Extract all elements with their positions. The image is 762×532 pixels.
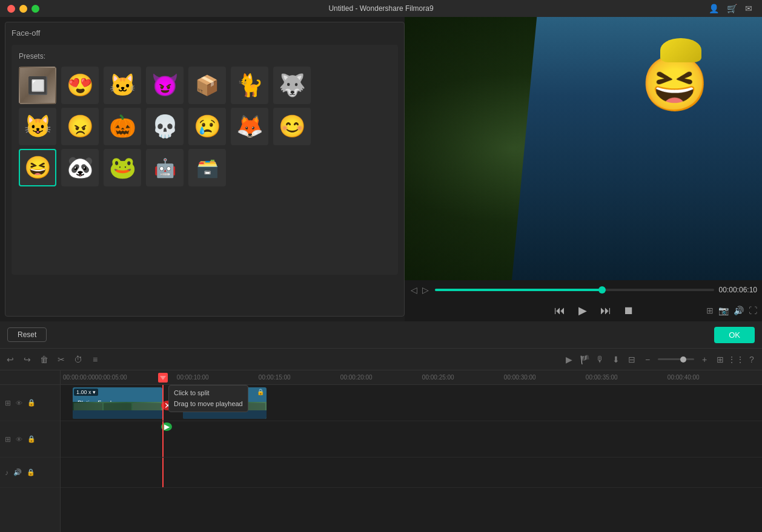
music-icon[interactable]: ♪ <box>5 468 8 477</box>
emoji-item-heart-eyes[interactable]: 😍 <box>61 67 99 104</box>
emoji-item-angry[interactable]: 😠 <box>61 108 99 145</box>
ok-button[interactable]: OK <box>714 327 755 343</box>
track-content: 00:00:00:00 00:00:05:00 00:00:10:00 00:0… <box>61 370 762 532</box>
presets-label: Presets: <box>19 52 391 61</box>
preview-image: 😆 <box>405 17 762 280</box>
play-range-icon[interactable]: ▶ <box>563 354 574 365</box>
emoji-item-devil[interactable]: 😈 <box>146 67 184 104</box>
audio-vol-icon[interactable]: 🔊 <box>13 468 22 476</box>
playback-controls: ⏮ ▶ ⏭ ⏹ ⊞ 📷 🔊 ⛶ <box>405 300 762 321</box>
progress-thumb <box>598 286 606 294</box>
redo-icon[interactable]: ↪ <box>22 354 33 365</box>
grid-icon[interactable]: ⋮⋮ <box>731 354 741 365</box>
emoji-item-skull[interactable]: 💀 <box>146 108 184 145</box>
audio-lock-icon[interactable]: 🔒 <box>27 468 35 476</box>
app-title: Untitled - Wondershare Filmora9 <box>328 4 433 13</box>
emoji-item-wolf[interactable]: 🐺 <box>273 67 311 104</box>
add-track-2-icon[interactable]: ⊞ <box>5 435 11 444</box>
delete-icon[interactable]: 🗑 <box>39 354 50 365</box>
main-area: Face-off Presets: 🔲 😍 🐱 😈 📦 🐈 🐺 😺 😠 🎃 💀 … <box>0 17 762 321</box>
speed-chevron: ▾ <box>93 389 96 395</box>
mic-icon[interactable]: 🎙 <box>595 354 606 365</box>
ruler-mark-35: 00:00:35:00 <box>586 374 668 381</box>
volume-icon[interactable]: 🔊 <box>734 306 744 315</box>
toolbar-right: ▶ 🏴 🎙 ⬇ ⊟ − + ⊞ ⋮⋮ ? <box>563 354 757 365</box>
emoji-item-smile[interactable]: 😊 <box>273 108 311 145</box>
track-eye-2-icon[interactable]: 👁 <box>16 436 22 443</box>
track-lock-icon[interactable]: 🔒 <box>27 399 36 407</box>
emoji-item-fox[interactable]: 🦊 <box>231 108 268 145</box>
emoji-item-pixels[interactable]: 🔲 <box>19 67 56 104</box>
zoom-plus-icon[interactable]: + <box>699 354 710 365</box>
account-icon[interactable]: 👤 <box>709 4 718 13</box>
clip-lock-icon: 🔒 <box>257 389 264 395</box>
clock-icon[interactable]: ⏱ <box>73 354 84 365</box>
playhead-marker-top <box>157 370 168 385</box>
emoji-item-box-brows[interactable]: 🗃️ <box>188 149 226 186</box>
minimize-button[interactable] <box>19 5 27 13</box>
track-eye-icon[interactable]: 👁 <box>16 399 22 407</box>
time-display: 00:00:06:10 <box>719 286 757 294</box>
screenshot-icon[interactable]: 📷 <box>718 306 729 315</box>
reset-button[interactable]: Reset <box>7 327 47 342</box>
mail-icon[interactable]: ✉ <box>745 4 755 13</box>
tooltip-line2: Drag to move playhead <box>174 399 243 410</box>
playhead-audio <box>162 458 164 487</box>
emoji-item-laughing[interactable]: 😆 <box>19 149 56 186</box>
zoom-slider[interactable] <box>658 358 694 360</box>
download-icon[interactable]: ⬇ <box>611 354 621 365</box>
video-seekbar[interactable] <box>435 289 714 291</box>
track-labels: ⊞ 👁 🔒 ⊞ 👁 🔒 ♪ 🔊 🔒 <box>0 370 61 532</box>
titlebar-icons: 👤 🛒 ✉ <box>709 4 755 13</box>
zoom-minus-icon[interactable]: − <box>642 354 653 365</box>
emoji-grid: 🔲 😍 🐱 😈 📦 🐈 🐺 😺 😠 🎃 💀 😢 🦊 😊 😆 🐼 🐸 <box>19 67 391 186</box>
stop-button[interactable]: ⏹ <box>620 302 637 319</box>
add-track-icon[interactable]: ⊞ <box>5 399 11 407</box>
timeline-body: ⊞ 👁 🔒 ⊞ 👁 🔒 ♪ 🔊 🔒 00:00:00:00 <box>0 370 762 532</box>
clip-plating-food[interactable]: 1.00 x ▾ Plating Food <box>73 387 162 419</box>
progress-fill <box>435 289 602 291</box>
panel-title: Face-off <box>12 28 398 38</box>
emoji-item-pumpkin[interactable]: 🎃 <box>104 108 141 145</box>
emoji-item-cat2[interactable]: 🐈 <box>231 67 268 104</box>
ruler-mark-15: 00:00:15:00 <box>259 374 340 381</box>
maximize-button[interactable] <box>31 5 39 13</box>
emoji-item-frog[interactable]: 🐸 <box>104 149 141 186</box>
track-row-1: 1.00 x ▾ Plating Food ✕ ▶ <box>61 385 762 421</box>
minus-icon[interactable]: ⊟ <box>626 354 637 365</box>
next-frame-icon[interactable]: ▷ <box>421 284 430 296</box>
flag-icon[interactable]: 🏴 <box>579 354 590 365</box>
window-controls <box>7 5 39 13</box>
settings-icon[interactable]: ≡ <box>90 354 101 365</box>
playback-buttons: ⏮ ▶ ⏭ ⏹ <box>551 302 637 319</box>
prev-frame-icon[interactable]: ◁ <box>409 284 419 296</box>
screen-mode-icon[interactable]: ⊞ <box>706 306 714 315</box>
preview-panel: 😆 ◁ ▷ 00:00:06:10 ⏮ ▶ ⏭ ⏹ ⊞ <box>405 17 762 321</box>
skip-forward-button[interactable]: ⏭ <box>597 302 614 319</box>
rewind-button[interactable]: ⏮ <box>551 302 568 319</box>
emoji-item-cat[interactable]: 🐱 <box>104 67 141 104</box>
track-label-audio: ♪ 🔊 🔒 <box>0 458 60 488</box>
play-button[interactable]: ▶ <box>574 302 591 319</box>
tooltip: Click to split Drag to move playhead <box>168 385 248 412</box>
emoji-item-panda[interactable]: 🐼 <box>61 149 99 186</box>
ruler-mark-40: 00:00:40:00 <box>668 374 749 381</box>
emoji-item-robot[interactable]: 🤖 <box>146 149 184 186</box>
cut-icon[interactable]: ✂ <box>56 354 67 365</box>
emoji-item-sad[interactable]: 😢 <box>188 108 226 145</box>
fit-icon[interactable]: ⊞ <box>715 354 726 365</box>
undo-icon[interactable]: ↩ <box>5 354 16 365</box>
emoji-item-cat-grin[interactable]: 😺 <box>19 108 56 145</box>
fullscreen-icon[interactable]: ⛶ <box>749 306 757 315</box>
track-lock-2-icon[interactable]: 🔒 <box>27 435 36 443</box>
help-icon[interactable]: ? <box>746 354 757 365</box>
titlebar: Untitled - Wondershare Filmora9 👤 🛒 ✉ <box>0 0 762 17</box>
ruler-mark-10: 00:00:10:00 <box>177 374 259 381</box>
timeline-toolbar: ↩ ↪ 🗑 ✂ ⏱ ≡ ▶ 🏴 🎙 ⬇ ⊟ − + ⊞ ⋮⋮ ? <box>0 349 762 370</box>
clip-speed-badge: 1.00 x ▾ <box>74 389 98 396</box>
close-button[interactable] <box>7 5 15 13</box>
ruler-mark-20: 00:00:20:00 <box>340 374 422 381</box>
emoji-item-box-face[interactable]: 📦 <box>188 67 226 104</box>
shop-icon[interactable]: 🛒 <box>727 4 737 13</box>
ruler-spacer <box>0 370 60 385</box>
